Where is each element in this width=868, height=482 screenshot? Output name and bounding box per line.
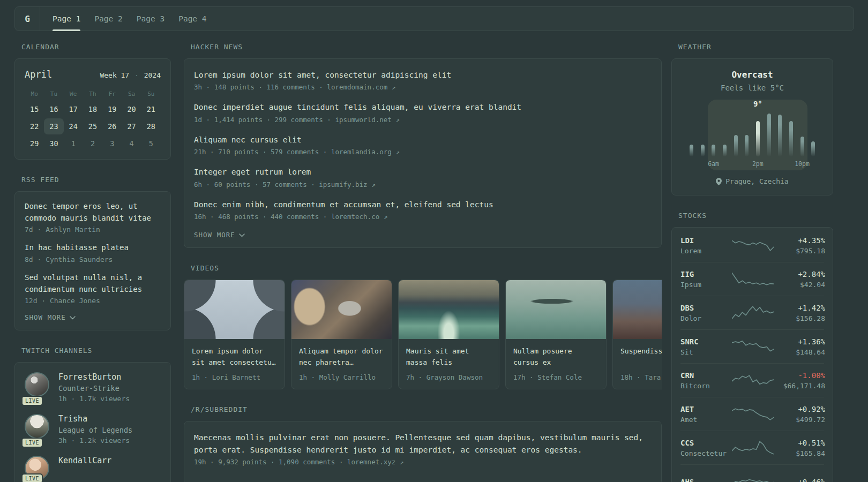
videos-widget: VIDEOS Lorem ipsum dolor sit amet consec… bbox=[184, 264, 662, 389]
rss-widget: RSS FEED Donec tempor eros leo, ut commo… bbox=[14, 176, 171, 330]
calendar-day: 29 bbox=[25, 135, 44, 152]
subreddit-title[interactable]: Maecenas mollis pulvinar erat non posuer… bbox=[194, 432, 652, 456]
video-card[interactable]: Suspendisse diam18h · Tara bbox=[612, 280, 662, 389]
channel-name[interactable]: Trisha bbox=[58, 414, 132, 424]
video-meta: 1h · Molly Carrillo bbox=[299, 373, 384, 381]
subreddit-widget: /R/SUBREDDIT Maecenas mollis pulvinar er… bbox=[184, 405, 662, 482]
stock-change: +1.42% bbox=[774, 304, 825, 312]
hackernews-show-more-button[interactable]: SHOW MORE bbox=[194, 231, 652, 239]
twitch-channel[interactable]: LIVETrishaLeague of Legends3h · 1.2k vie… bbox=[25, 414, 161, 445]
video-title[interactable]: Suspendisse diam bbox=[620, 346, 662, 368]
rss-item: Sed volutpat nulla nisl, a condimentum n… bbox=[25, 272, 161, 305]
hackernews-meta: 6h · 60 points · 57 comments · ipsumify.… bbox=[194, 180, 652, 189]
app-logo[interactable]: G bbox=[15, 7, 40, 31]
stock-name: Sit bbox=[680, 348, 732, 356]
calendar-weekday: Fr bbox=[102, 88, 122, 100]
rss-item-title[interactable]: In hac habitasse platea bbox=[25, 242, 161, 254]
tab-page-2[interactable]: Page 2 bbox=[94, 7, 122, 31]
hackernews-domain-link[interactable]: loremtech.co bbox=[331, 213, 384, 221]
rss-section-title: RSS FEED bbox=[21, 176, 171, 184]
stock-sparkline bbox=[732, 337, 774, 356]
hackernews-meta: 21h · 710 points · 579 comments · loreml… bbox=[194, 148, 652, 156]
tab-page-3[interactable]: Page 3 bbox=[137, 7, 164, 31]
hackernews-domain-link[interactable]: ipsumworld.net bbox=[335, 116, 395, 124]
subreddit-domain-link[interactable]: loremnet.xyz bbox=[347, 458, 400, 466]
calendar-weekday: Th bbox=[83, 88, 102, 100]
weather-section-title: WEATHER bbox=[678, 43, 833, 51]
video-title[interactable]: Nullam posuere cursus ex bbox=[513, 346, 598, 368]
stock-change: +1.36% bbox=[774, 337, 825, 346]
video-title[interactable]: Mauris sit amet massa felis bbox=[406, 346, 491, 368]
weather-bar bbox=[767, 114, 771, 156]
channel-name[interactable]: ForrestBurton bbox=[58, 372, 130, 382]
left-column: CALENDAR April Week 17 · 2024 MoTuWeThFr… bbox=[14, 43, 171, 482]
twitch-channel[interactable]: LIVEKendallCarr bbox=[25, 456, 161, 480]
tab-page-1[interactable]: Page 1 bbox=[53, 7, 80, 31]
channel-name[interactable]: KendallCarr bbox=[58, 456, 111, 465]
channel-game: Counter-Strike bbox=[58, 384, 130, 393]
live-badge: LIVE bbox=[21, 473, 43, 482]
hour-tick-label: 6am bbox=[708, 160, 719, 168]
stock-sparkline bbox=[732, 405, 774, 423]
hackernews-meta-text: 3h · 148 points · 116 comments · bbox=[194, 83, 327, 91]
hackernews-item: Donec enim nibh, condimentum et accumsan… bbox=[194, 199, 652, 221]
top-nav: G Page 1Page 2Page 3Page 4 bbox=[14, 6, 854, 31]
stock-identity: CRNBitcorn bbox=[680, 371, 732, 390]
rss-item-title[interactable]: Donec tempor eros leo, ut commodo mauris… bbox=[25, 201, 161, 224]
hackernews-title[interactable]: Integer eget rutrum lorem bbox=[194, 166, 652, 178]
calendar-month: April bbox=[25, 69, 52, 80]
right-column: WEATHER Overcast Feels like 5°C 9° 6am2p… bbox=[671, 43, 833, 482]
video-card[interactable]: Aliquam tempor dolor nec pharetra…1h · M… bbox=[291, 280, 392, 389]
video-card[interactable]: Mauris sit amet massa felis7h · Grayson … bbox=[398, 280, 499, 389]
calendar-section-title: CALENDAR bbox=[21, 43, 171, 51]
tab-page-4[interactable]: Page 4 bbox=[178, 7, 206, 31]
calendar-day: 19 bbox=[102, 101, 122, 117]
center-column: HACKER NEWS Lorem ipsum dolor sit amet, … bbox=[184, 43, 662, 482]
stock-values: +0.92%$499.72 bbox=[774, 405, 825, 424]
stock-sparkline bbox=[732, 304, 774, 322]
stocks-widget: STOCKS LDILorem+4.35%$795.18IIGIpsum+2.8… bbox=[671, 212, 833, 482]
videos-row: Lorem ipsum dolor sit amet consectetu…1h… bbox=[184, 280, 662, 389]
rss-item-title[interactable]: Sed volutpat nulla nisl, a condimentum n… bbox=[25, 272, 161, 295]
video-card[interactable]: Lorem ipsum dolor sit amet consectetu…1h… bbox=[184, 280, 285, 389]
calendar-grid: MoTuWeThFrSaSu15161718192021222324252627… bbox=[25, 88, 161, 152]
page-tabs: Page 1Page 2Page 3Page 4 bbox=[40, 7, 207, 31]
stock-values: +4.35%$795.18 bbox=[774, 236, 825, 255]
stock-row: LDILorem+4.35%$795.18 bbox=[680, 229, 824, 262]
video-title[interactable]: Aliquam tempor dolor nec pharetra… bbox=[299, 346, 384, 368]
stock-row: DBSDolor+1.42%$156.28 bbox=[680, 296, 824, 330]
video-card[interactable]: Nullam posuere cursus ex17h · Stefan Col… bbox=[505, 280, 607, 389]
hackernews-title[interactable]: Aliquam nec cursus elit bbox=[194, 134, 652, 146]
hackernews-title[interactable]: Donec imperdiet augue tincidunt felis al… bbox=[194, 101, 652, 113]
stock-row: SNRCSit+1.36%$148.64 bbox=[680, 330, 824, 364]
hackernews-title[interactable]: Lorem ipsum dolor sit amet, consectetur … bbox=[194, 69, 652, 81]
weather-bar bbox=[712, 145, 715, 156]
hackernews-domain-link[interactable]: ipsumify.biz bbox=[319, 180, 371, 189]
subreddit-meta-text: 19h · 9,932 points · 1,090 comments · bbox=[194, 458, 347, 466]
video-title[interactable]: Lorem ipsum dolor sit amet consectetu… bbox=[192, 346, 277, 368]
hackernews-domain-link[interactable]: loremlandia.org bbox=[331, 148, 395, 156]
location-pin-icon bbox=[716, 178, 722, 185]
channel-info: KendallCarr bbox=[58, 456, 111, 480]
avatar[interactable] bbox=[25, 414, 49, 439]
live-badge: LIVE bbox=[21, 396, 43, 406]
stock-identity: AHS bbox=[680, 478, 732, 482]
calendar-weekday: We bbox=[64, 88, 83, 100]
calendar-day: 26 bbox=[102, 118, 122, 134]
weather-hourly-chart: 9° 6am2pm10pm bbox=[686, 100, 819, 168]
twitch-channel[interactable]: LIVEForrestBurtonCounter-Strike1h · 1.7k… bbox=[25, 372, 161, 403]
calendar-day: 25 bbox=[83, 118, 102, 134]
dashboard-grid: CALENDAR April Week 17 · 2024 MoTuWeThFr… bbox=[14, 43, 868, 482]
calendar-day: 18 bbox=[83, 101, 102, 117]
stock-sparkline bbox=[732, 473, 774, 482]
hackernews-item: Lorem ipsum dolor sit amet, consectetur … bbox=[194, 69, 652, 91]
hackernews-title[interactable]: Donec enim nibh, condimentum et accumsan… bbox=[194, 199, 652, 210]
stocks-card: LDILorem+4.35%$795.18IIGIpsum+2.84%$42.0… bbox=[671, 227, 833, 482]
hackernews-meta-text: 6h · 60 points · 57 comments · bbox=[194, 180, 319, 189]
avatar[interactable] bbox=[25, 372, 49, 397]
rss-show-more-button[interactable]: SHOW MORE bbox=[25, 313, 161, 321]
subreddit-section-title: /R/SUBREDDIT bbox=[191, 405, 662, 413]
hackernews-domain-link[interactable]: loremdomain.com bbox=[327, 83, 391, 91]
stock-values: +0.46% bbox=[774, 478, 825, 482]
subreddit-card: Maecenas mollis pulvinar erat non posuer… bbox=[184, 421, 662, 482]
